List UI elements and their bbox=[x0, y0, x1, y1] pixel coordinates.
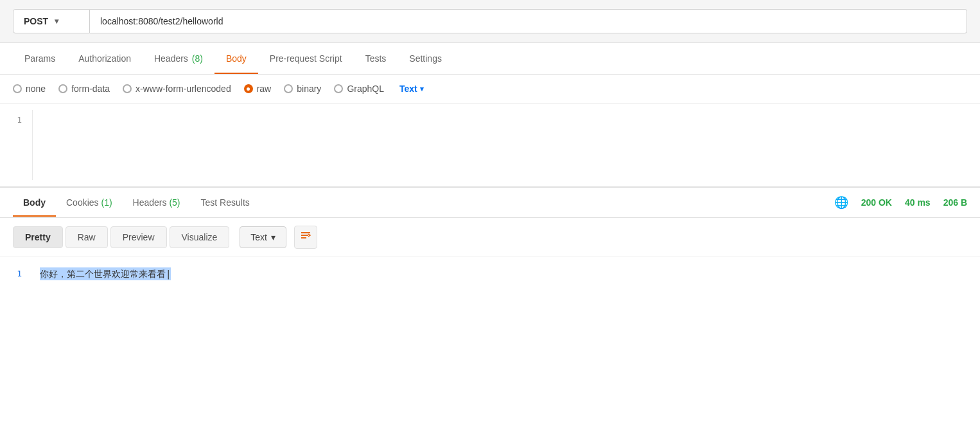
response-tab-body[interactable]: Body bbox=[13, 188, 56, 217]
response-text-area: 你好，第二个世界欢迎常来看看| bbox=[32, 264, 179, 285]
status-size: 206 B bbox=[943, 197, 967, 208]
url-bar: POST ▾ bbox=[0, 0, 980, 43]
radio-circle-raw bbox=[244, 84, 253, 93]
format-bar: Pretty Raw Preview Visualize Text ▾ bbox=[0, 218, 980, 257]
radio-graphql[interactable]: GraphQL bbox=[334, 84, 384, 94]
url-input[interactable] bbox=[90, 9, 967, 33]
response-tabs-bar: Body Cookies (1) Headers (5) Test Result… bbox=[0, 188, 980, 218]
response-content: 1 你好，第二个世界欢迎常来看看| bbox=[0, 257, 980, 292]
format-preview-button[interactable]: Preview bbox=[110, 226, 167, 248]
tab-headers[interactable]: Headers (8) bbox=[143, 43, 214, 74]
resp-headers-badge: (5) bbox=[169, 197, 180, 208]
radio-raw[interactable]: raw bbox=[244, 84, 272, 94]
response-tab-testresults[interactable]: Test Results bbox=[191, 188, 260, 217]
body-options: none form-data x-www-form-urlencoded raw… bbox=[0, 75, 980, 104]
line-number-1: 1 bbox=[10, 115, 22, 125]
radio-circle-graphql bbox=[334, 84, 343, 93]
headers-badge: (8) bbox=[192, 53, 203, 64]
response-status: 🌐 200 OK 40 ms 206 B bbox=[834, 188, 967, 217]
radio-circle-binary bbox=[284, 84, 293, 93]
response-section: Body Cookies (1) Headers (5) Test Result… bbox=[0, 187, 980, 292]
tab-tests[interactable]: Tests bbox=[354, 43, 398, 74]
wrap-icon bbox=[300, 230, 311, 244]
radio-formdata[interactable]: form-data bbox=[58, 84, 110, 94]
method-selector[interactable]: POST ▾ bbox=[13, 9, 90, 33]
wrap-button[interactable] bbox=[294, 226, 317, 249]
radio-binary[interactable]: binary bbox=[284, 84, 321, 94]
tab-body[interactable]: Body bbox=[214, 43, 258, 74]
radio-none[interactable]: none bbox=[13, 84, 46, 94]
radio-circle-urlencoded bbox=[123, 84, 132, 93]
method-label: POST bbox=[24, 16, 48, 26]
code-editor: 1 bbox=[0, 104, 980, 187]
line-numbers: 1 bbox=[0, 110, 32, 180]
tab-params[interactable]: Params bbox=[13, 43, 67, 74]
text-dropdown-chevron: ▾ bbox=[420, 85, 424, 93]
format-type-label: Text bbox=[250, 232, 267, 242]
tab-settings[interactable]: Settings bbox=[398, 43, 453, 74]
status-time: 40 ms bbox=[905, 197, 931, 208]
globe-icon: 🌐 bbox=[834, 195, 848, 210]
tab-authorization[interactable]: Authorization bbox=[67, 43, 143, 74]
format-type-dropdown[interactable]: Text ▾ bbox=[240, 226, 286, 248]
radio-circle-formdata bbox=[58, 84, 67, 93]
format-raw-button[interactable]: Raw bbox=[66, 226, 108, 248]
tab-prerequest[interactable]: Pre-request Script bbox=[258, 43, 354, 74]
request-body-editor[interactable] bbox=[32, 110, 980, 180]
resp-line-numbers: 1 bbox=[0, 264, 32, 285]
radio-circle-none bbox=[13, 84, 22, 93]
method-chevron: ▾ bbox=[55, 17, 58, 26]
response-tab-cookies[interactable]: Cookies (1) bbox=[56, 188, 123, 217]
app-container: POST ▾ Params Authorization Headers (8) … bbox=[0, 0, 980, 441]
cookies-badge: (1) bbox=[101, 197, 112, 208]
resp-line-number-1: 1 bbox=[10, 269, 22, 278]
text-type-dropdown[interactable]: Text ▾ bbox=[399, 84, 424, 94]
response-tab-headers[interactable]: Headers (5) bbox=[123, 188, 191, 217]
radio-urlencoded[interactable]: x-www-form-urlencoded bbox=[123, 84, 231, 94]
request-tabs: Params Authorization Headers (8) Body Pr… bbox=[0, 43, 980, 75]
format-type-chevron: ▾ bbox=[271, 232, 276, 242]
format-pretty-button[interactable]: Pretty bbox=[13, 226, 63, 248]
status-ok: 200 OK bbox=[861, 197, 892, 208]
format-visualize-button[interactable]: Visualize bbox=[170, 226, 230, 248]
response-text: 你好，第二个世界欢迎常来看看| bbox=[40, 267, 171, 280]
